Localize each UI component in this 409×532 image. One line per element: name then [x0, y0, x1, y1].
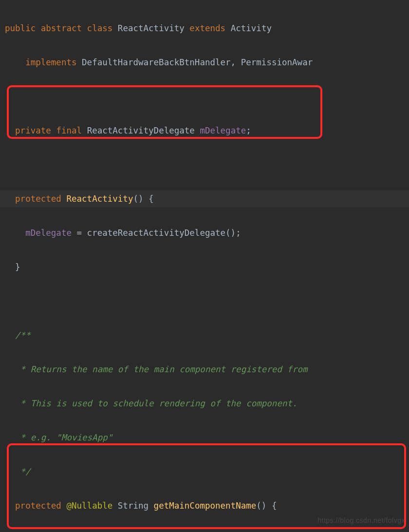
operator: = [72, 228, 87, 238]
keyword-class: class [87, 23, 113, 33]
keyword-protected: protected [15, 501, 61, 511]
keyword-final: final [56, 126, 82, 135]
keyword-abstract: abstract [41, 23, 82, 33]
comment-line: * Returns the name of the main component… [0, 361, 409, 378]
keyword-public: public [5, 23, 36, 33]
comment-text: * Returns the name of the main component… [15, 364, 313, 374]
semicolon: ; [246, 126, 251, 135]
code-line: implements DefaultHardwareBackBtnHandler… [0, 54, 409, 71]
empty-line [0, 156, 409, 173]
comment-close: */ [15, 467, 31, 476]
keyword-extends: extends [189, 23, 225, 33]
comment-line: /** [0, 327, 409, 344]
comment-open: /** [15, 330, 31, 340]
field-ref: mDelegate [25, 228, 72, 238]
parens: () { [256, 501, 277, 511]
code-line: protected ReactActivity() { [0, 190, 409, 208]
return-type: String [118, 501, 149, 511]
method-call: createReactActivityDelegate(); [87, 228, 241, 238]
keyword-private: private [15, 126, 51, 135]
code-line: mDelegate = createReactActivityDelegate(… [0, 225, 409, 242]
annotation: @Nullable [66, 501, 112, 511]
interface-name: DefaultHardwareBackBtnHandler [82, 57, 231, 67]
close-brace: } [15, 262, 20, 272]
class-name: ReactActivity [118, 23, 185, 33]
comment-line: * e.g. "MoviesApp" [0, 429, 409, 446]
comment-line: */ [0, 463, 409, 480]
watermark-text: https://blog.csdn.net/folvgx [317, 512, 405, 529]
empty-line [0, 293, 409, 310]
code-line: } [0, 259, 409, 276]
comment-text: * This is used to schedule rendering of … [15, 399, 297, 408]
code-line: public abstract class ReactActivity exte… [0, 20, 409, 37]
empty-line [0, 88, 409, 105]
code-editor[interactable]: public abstract class ReactActivity exte… [0, 0, 409, 532]
keyword-implements: implements [25, 57, 76, 67]
code-line: private final ReactActivityDelegate mDel… [0, 122, 409, 139]
constructor-name: ReactActivity [66, 194, 133, 204]
parens: () { [133, 194, 153, 204]
keyword-protected: protected [15, 194, 61, 204]
parent-class: Activity [231, 23, 272, 33]
comma: , [231, 57, 236, 67]
type-name: ReactActivityDelegate [87, 126, 195, 135]
comment-text: * e.g. "MoviesApp" [15, 433, 112, 442]
comment-line: * This is used to schedule rendering of … [0, 395, 409, 412]
interface-name: PermissionAwar [241, 57, 313, 67]
method-name: getMainComponentName [154, 501, 257, 511]
field-name: mDelegate [200, 126, 246, 135]
